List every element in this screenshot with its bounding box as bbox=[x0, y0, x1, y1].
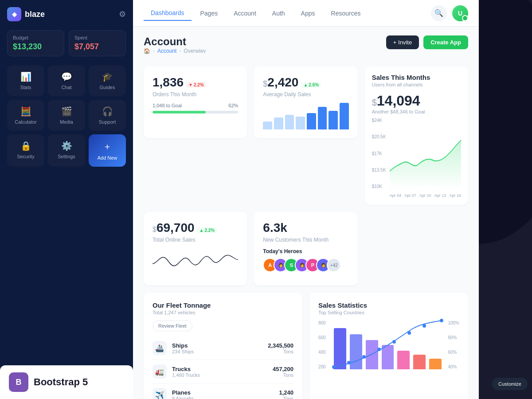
top-nav-right: 🔍 U bbox=[431, 5, 468, 21]
line-chart-svg bbox=[390, 118, 461, 189]
settings-icon: ⚙️ bbox=[61, 141, 72, 151]
fleet-subtitle: Total 1,247 vehicles bbox=[153, 310, 293, 315]
sales-stats-chart: 800 600 400 200 100% 80% 60% 40% bbox=[318, 321, 459, 378]
sidebar-item-stats[interactable]: 📊 Stats bbox=[7, 65, 44, 96]
sidebar-item-media[interactable]: 🎬 Media bbox=[48, 100, 85, 131]
invite-button[interactable]: + Invite bbox=[386, 35, 419, 49]
planes-num: 1,240 bbox=[279, 389, 293, 396]
page-actions: + Invite Create App bbox=[386, 35, 468, 49]
content-area: Account 🏠 › Account › Overwiev + Invite … bbox=[133, 27, 479, 399]
chat-label: Chat bbox=[61, 85, 71, 90]
heroes-section: Today's Heroes A 👩 S 👩 P 👩 bbox=[263, 248, 348, 272]
nav-apps[interactable]: Apps bbox=[294, 6, 322, 20]
daily-sales-label: Average Daily Sales bbox=[263, 91, 348, 98]
orders-badge: ▼ 2.2% bbox=[186, 82, 206, 88]
orders-progress: 1,048 to Goal 62% bbox=[153, 103, 238, 113]
sales-line-overlay bbox=[334, 321, 442, 369]
sidebar-item-support[interactable]: 🎧 Support bbox=[89, 100, 126, 131]
svg-point-1 bbox=[347, 361, 351, 364]
logo-area: ◆ blaze bbox=[7, 7, 45, 21]
media-icon: 🎬 bbox=[61, 106, 72, 117]
logo-text: blaze bbox=[25, 10, 45, 19]
bottom-grid: Our Fleet Tonnage Total 1,247 vehicles R… bbox=[144, 293, 468, 399]
ships-num: 2,345,500 bbox=[268, 342, 293, 349]
search-button[interactable]: 🔍 bbox=[431, 5, 447, 21]
right-panel: Customize bbox=[479, 0, 532, 399]
menu-icon[interactable]: ⚙ bbox=[119, 9, 126, 19]
goal-text: 1,048 to Goal bbox=[153, 103, 182, 108]
sidebar-item-security[interactable]: 🔒 Security bbox=[7, 134, 44, 167]
spent-label: Spent bbox=[74, 35, 120, 40]
orders-card: 1,836 ▼ 2.2% Orders This Month 1,048 to … bbox=[144, 66, 247, 138]
customers-label: New Customers This Month bbox=[263, 237, 348, 243]
logo-icon: ◆ bbox=[7, 7, 21, 21]
user-avatar[interactable]: U bbox=[452, 5, 468, 21]
sidebar-item-guides[interactable]: 🎓 Guides bbox=[89, 65, 126, 96]
online-sales-label: Total Online Sales bbox=[153, 237, 238, 243]
svg-point-2 bbox=[362, 355, 366, 359]
security-label: Security bbox=[17, 154, 35, 159]
page-header: Account 🏠 › Account › Overwiev + Invite … bbox=[144, 35, 468, 63]
sidebar-item-calculator[interactable]: 🧮 Calculator bbox=[7, 100, 44, 131]
daily-sales-badge: ▲ 2.6% bbox=[301, 82, 321, 88]
spent-card: Spent $7,057 bbox=[69, 30, 126, 56]
top-nav: Dashboards Pages Account Auth Apps Resou… bbox=[133, 0, 479, 27]
budget-cards: Budget $13,230 Spent $7,057 bbox=[7, 30, 126, 56]
trucks-num: 457,200 bbox=[273, 366, 293, 372]
online-sales-badge: ▲ 2.2% bbox=[197, 227, 217, 233]
guides-icon: 🎓 bbox=[102, 71, 113, 82]
customers-card: 6.3k New Customers This Month Today's He… bbox=[254, 212, 357, 286]
stats-grid-1: 1,836 ▼ 2.2% Orders This Month 1,048 to … bbox=[144, 66, 468, 205]
ships-name: Ships bbox=[172, 342, 262, 349]
sales-month-sub: Users from all channels bbox=[372, 82, 461, 87]
ships-count: 234 Ships bbox=[172, 349, 262, 354]
breadcrumb-account[interactable]: Account bbox=[157, 48, 176, 54]
add-new-label: Add New bbox=[98, 155, 117, 160]
main-content: Dashboards Pages Account Auth Apps Resou… bbox=[133, 0, 479, 399]
planes-count: 8 Aircrafts bbox=[172, 396, 274, 399]
calculator-label: Calculator bbox=[15, 119, 37, 125]
daily-sales-card: $2,420 ▲ 2.6% Average Daily Sales bbox=[254, 66, 357, 138]
customize-button[interactable]: Customize bbox=[492, 378, 528, 390]
nav-resources[interactable]: Resources bbox=[324, 6, 368, 20]
create-app-button[interactable]: Create App bbox=[423, 35, 468, 49]
hero-count: +42 bbox=[327, 258, 341, 272]
settings-label: Settings bbox=[58, 154, 75, 159]
nav-auth[interactable]: Auth bbox=[265, 6, 292, 20]
svg-point-3 bbox=[377, 348, 381, 351]
sales-stats-section: Sales Statistics Top Selling Countries 8… bbox=[309, 293, 468, 399]
nav-pages[interactable]: Pages bbox=[193, 6, 225, 20]
daily-sales-chart bbox=[263, 103, 348, 129]
sales-stats-sub: Top Selling Countries bbox=[318, 310, 459, 315]
online-sales-value: $69,700 bbox=[153, 221, 195, 235]
nav-dashboards[interactable]: Dashboards bbox=[144, 6, 192, 21]
trucks-value: 457,200 Tons bbox=[273, 366, 293, 378]
ships-value: 2,345,500 Tons bbox=[268, 342, 293, 354]
breadcrumb-current: Overwiev bbox=[184, 48, 206, 54]
budget-label: Budget bbox=[13, 35, 59, 40]
trucks-name: Trucks bbox=[172, 366, 267, 372]
dark-curve-decoration bbox=[479, 0, 532, 244]
planes-value: 1,240 Tons bbox=[279, 389, 293, 399]
support-icon: 🎧 bbox=[102, 106, 113, 117]
add-new-button[interactable]: ＋ Add New bbox=[89, 134, 126, 167]
goal-percent: 62% bbox=[228, 103, 238, 108]
sidebar-item-chat[interactable]: 💬 Chat bbox=[48, 65, 85, 96]
chat-icon: 💬 bbox=[61, 71, 72, 82]
progress-fill bbox=[153, 111, 206, 113]
orders-label: Orders This Month bbox=[153, 91, 238, 98]
heroes-avatars: A 👩 S 👩 P 👩 +42 bbox=[263, 258, 348, 272]
planes-name: Planes bbox=[172, 389, 274, 396]
svg-point-0 bbox=[332, 365, 336, 369]
planes-info: Planes 8 Aircrafts bbox=[172, 389, 274, 399]
nav-grid-2: 🔒 Security ⚙️ Settings ＋ Add New bbox=[7, 134, 126, 167]
fleet-section: Our Fleet Tonnage Total 1,247 vehicles R… bbox=[144, 293, 302, 399]
sidebar-item-settings[interactable]: ⚙️ Settings bbox=[48, 134, 85, 167]
nav-account[interactable]: Account bbox=[227, 6, 263, 20]
breadcrumb-home: 🏠 bbox=[144, 48, 150, 54]
stats-label: Stats bbox=[20, 85, 31, 90]
review-fleet-button[interactable]: Review Fleet bbox=[153, 321, 192, 331]
budget-value: $13,230 bbox=[13, 42, 59, 51]
breadcrumb: 🏠 › Account › Overwiev bbox=[144, 48, 206, 54]
nav-links: Dashboards Pages Account Auth Apps Resou… bbox=[144, 6, 368, 21]
